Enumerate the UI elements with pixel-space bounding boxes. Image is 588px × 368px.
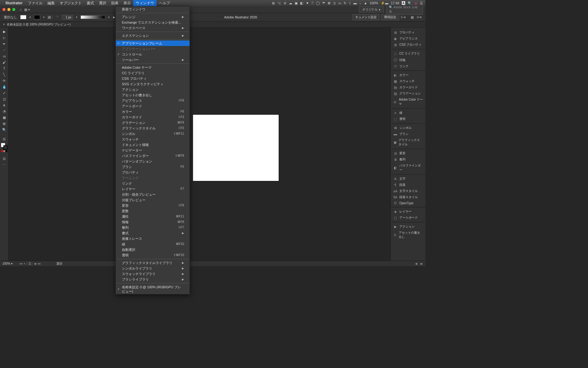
fill-swatch[interactable]: [20, 15, 26, 19]
stroke-color[interactable]: [3, 145, 8, 150]
stroke-drop[interactable]: ▾: [43, 16, 45, 19]
arrange-icon[interactable]: ⊫▾: [417, 15, 422, 19]
menu-item[interactable]: SVG インタラクティビティ: [116, 81, 190, 87]
panel-item[interactable]: ¶A段落スタイル: [391, 194, 425, 200]
panel-item[interactable]: ≣整列: [391, 156, 425, 163]
menu-item[interactable]: グラデーション⌘F9: [116, 120, 190, 125]
panel-item[interactable]: ¶段落: [391, 182, 425, 188]
stepper-icon[interactable]: ⌃: [56, 15, 59, 19]
menu-item[interactable]: パスファインダー⇧⌘F9: [116, 153, 190, 159]
stroke-swatch[interactable]: [34, 15, 40, 19]
menu-item[interactable]: 分版プレビュー: [116, 197, 190, 203]
drawing-mode[interactable]: ⊡: [1, 136, 8, 142]
menu-item[interactable]: 変形⇧F8: [116, 203, 190, 208]
menu-item[interactable]: シンボル⇧⌘F11: [116, 131, 190, 136]
panel-item[interactable]: ▢アートボード: [391, 215, 425, 221]
scale-tool[interactable]: ⤢: [1, 90, 8, 96]
close-window[interactable]: [2, 8, 6, 11]
screen-mode[interactable]: ⊡: [1, 156, 8, 161]
menu-edit[interactable]: 編集: [45, 0, 57, 6]
menu-item[interactable]: 情報⌘F8: [116, 219, 190, 225]
panel-item[interactable]: aA文字スタイル: [391, 188, 425, 194]
zoom-select[interactable]: 100% ▾: [2, 262, 17, 265]
panel-item[interactable]: ▦スウォッチ: [391, 78, 425, 84]
stroke-profile[interactable]: [81, 15, 105, 19]
menu-view[interactable]: 表示: [121, 0, 133, 6]
panel-item[interactable]: ▬ブラシ: [391, 131, 425, 137]
zoom-window[interactable]: [12, 8, 15, 11]
menu-item[interactable]: 新規ウィンドウ: [116, 6, 190, 12]
prefs-button[interactable]: 環境設定: [381, 14, 399, 20]
fill-stroke-control[interactable]: [1, 143, 8, 150]
panel-item[interactable]: ◉アピアランス: [391, 36, 425, 42]
menu-item[interactable]: グラフィックスタイル⇧F5: [116, 125, 190, 131]
battery-icon[interactable]: ▬: [353, 1, 357, 5]
clock[interactable]: 17:49: [391, 1, 399, 5]
icon[interactable]: ◯: [316, 1, 320, 5]
selection-tool[interactable]: ▶: [1, 29, 8, 34]
icon[interactable]: ▣: [295, 1, 298, 5]
menu-item[interactable]: スウォッチ: [116, 136, 190, 142]
app-name[interactable]: Illustrator: [6, 1, 22, 5]
menu-object[interactable]: オブジェクト: [57, 0, 84, 6]
bluetooth-icon[interactable]: ᚼ: [349, 1, 351, 5]
panel-item[interactable]: ✿シンボル: [391, 125, 425, 131]
panel-item[interactable]: ⊟変形: [391, 150, 425, 156]
dropbox-icon[interactable]: ⌥: [277, 1, 281, 5]
panel-item[interactable]: ⊞CSS プロパティ: [391, 42, 425, 48]
align-icon[interactable]: ⊩▾: [401, 15, 406, 19]
icon[interactable]: ᛖ: [311, 1, 314, 5]
icon[interactable]: ⊐: [333, 1, 336, 5]
panel-item[interactable]: A文字: [391, 176, 425, 182]
panel-item[interactable]: ▤カラーガイド: [391, 84, 425, 90]
type-tool[interactable]: T: [1, 66, 8, 71]
wifi-icon[interactable]: ⌵: [359, 1, 361, 5]
zoom-tool[interactable]: 🔍: [1, 127, 8, 132]
artboard-tool[interactable]: ⊞: [1, 121, 8, 126]
icon[interactable]: ☂: [322, 1, 325, 5]
control-center-icon[interactable]: ☰: [420, 1, 423, 5]
stroke-width-input[interactable]: 1 px: [62, 15, 73, 20]
menu-item[interactable]: カラーF6: [116, 109, 190, 114]
rotate-tool[interactable]: ⟳: [1, 78, 8, 83]
color-mode-row[interactable]: [1, 150, 7, 152]
menu-item[interactable]: CSS プロパティ: [116, 76, 190, 81]
stock-search[interactable]: 🔍 Adobe Stock を検索: [386, 4, 423, 15]
menu-select[interactable]: 選択: [96, 0, 109, 6]
status-icon[interactable]: ⊞: [272, 1, 275, 5]
menu-item[interactable]: パターンオプション: [116, 159, 190, 164]
input-source[interactable]: A: [402, 1, 405, 5]
menu-item[interactable]: 書式▶: [116, 230, 190, 236]
panel-item[interactable]: ⎘アセットの書き出し: [391, 230, 425, 240]
paintbrush-tool[interactable]: 🖌: [1, 59, 8, 65]
menu-item[interactable]: エクステンション▶: [116, 33, 190, 38]
nav-left[interactable]: ◀: [415, 262, 417, 265]
menu-item[interactable]: ワークスペース▶: [116, 25, 190, 31]
menu-item[interactable]: リンク: [116, 181, 190, 186]
menu-item[interactable]: 分割・統合プレビュー: [116, 192, 190, 197]
layout-icon[interactable]: ▦: [411, 15, 414, 19]
menu-item[interactable]: ブラシF5: [116, 164, 190, 170]
menu-item[interactable]: Exchange でエクステンションを検索...: [116, 20, 190, 25]
home-icon[interactable]: ⌂: [20, 8, 22, 12]
check-icon[interactable]: ⊘: [284, 1, 286, 5]
minimize-window[interactable]: [7, 8, 10, 11]
panel-item[interactable]: ⓘ情報: [391, 57, 425, 63]
pen-tool[interactable]: ✒: [1, 41, 8, 47]
menu-item[interactable]: カラーガイド⇧F3: [116, 114, 190, 120]
menu-item[interactable]: 線⌘F10: [116, 241, 190, 247]
panel-item[interactable]: ◈レイヤー: [391, 209, 425, 215]
display-icon[interactable]: ▭: [338, 1, 341, 5]
workspace-icon[interactable]: ▦ ▾: [24, 8, 30, 12]
menu-effect[interactable]: 効果: [109, 0, 121, 6]
opacity-icon[interactable]: ●: [113, 15, 115, 19]
panel-item[interactable]: ▨グラデーション: [391, 90, 425, 97]
panel-item[interactable]: ◌透明: [391, 116, 425, 122]
menu-item[interactable]: アレンジ▶: [116, 14, 190, 20]
panel-item[interactable]: ◧パスファインダー: [391, 163, 425, 173]
panel-item[interactable]: ≡線: [391, 110, 425, 116]
menu-item[interactable]: 透明⇧⌘F10: [116, 252, 190, 258]
gradient-tool[interactable]: ▦: [1, 115, 8, 120]
icon[interactable]: ◧: [300, 1, 303, 5]
nav-right[interactable]: ▶: [420, 262, 423, 265]
